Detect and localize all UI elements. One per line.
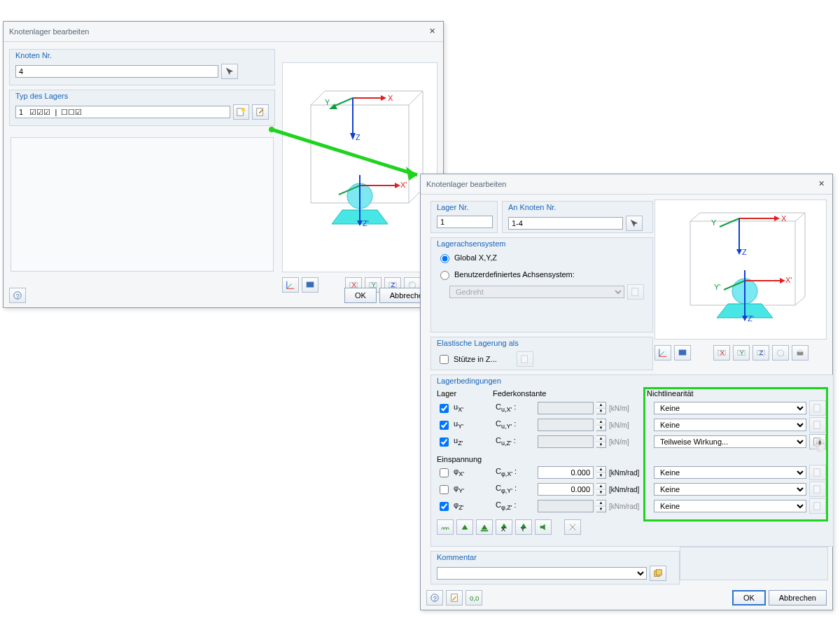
svg-marker-10 (350, 133, 356, 140)
view-z-icon[interactable]: Z (752, 345, 769, 360)
svg-text:Y: Y (739, 349, 744, 356)
unit-phiz: [kNm/rad] (609, 503, 651, 510)
svg-marker-72 (482, 525, 488, 530)
comment-lib-icon[interactable] (650, 566, 666, 581)
svg-text:Y: Y (711, 218, 717, 227)
svg-marker-71 (462, 525, 468, 530)
cb-uy[interactable]: uY' (437, 419, 493, 432)
dialog-knotenlager-detail: Knotenlager bearbeiten ✕ Lager Nr. An Kn… (420, 174, 833, 610)
radio-user-axis[interactable]: Benutzerdefiniertes Achsensystem: (437, 269, 575, 280)
cux-input (538, 402, 594, 414)
cuy-input (538, 419, 594, 431)
checkbox-stutze[interactable]: Stütze in Z... (437, 353, 497, 366)
dlg2-footer: ? 0,00 OK Abbrechen (426, 590, 827, 606)
cphix-input[interactable] (538, 466, 594, 479)
lbl-cux: Cu,X' : (496, 402, 535, 413)
svg-text:Z: Z (759, 349, 763, 356)
dialog-knotenlager-simple: Knotenlager bearbeiten ✕ Knoten Nr. Typ … (3, 21, 444, 308)
svg-rect-68 (814, 469, 820, 477)
cb-ux[interactable]: uX' (437, 402, 493, 415)
pick-node-icon[interactable] (626, 216, 643, 231)
svg-rect-82 (656, 570, 662, 575)
svg-text:?: ? (15, 292, 19, 300)
group-support-type: Typ des Lagers (9, 90, 275, 126)
nonlin-phiy-select[interactable]: Keine (654, 483, 806, 496)
nonlin-uz-select[interactable]: Teilweise Wirkung... (654, 435, 806, 448)
view-print-icon[interactable] (792, 345, 808, 360)
preset-roller-x-icon[interactable]: X (496, 519, 512, 535)
dlg2-ok-button[interactable]: OK (732, 590, 766, 606)
view-iso-icon[interactable] (772, 345, 789, 360)
close-icon[interactable]: ✕ (426, 26, 438, 37)
radio-user-input[interactable] (440, 271, 449, 280)
node-no-input[interactable] (15, 65, 218, 78)
units-icon[interactable]: 0,00 (465, 590, 482, 606)
radio-global[interactable]: Global X,Y,Z (437, 252, 497, 263)
cuz-input (538, 435, 594, 448)
col-feder: Federkonstante (493, 389, 647, 398)
view-y-icon[interactable]: Y (733, 345, 750, 360)
comment-combo[interactable] (437, 567, 647, 580)
view-axes-icon[interactable] (654, 345, 671, 360)
cb-phiz[interactable]: φZ' (437, 500, 493, 513)
dlg1-ok-button[interactable]: OK (344, 288, 377, 303)
cb-phiy[interactable]: φY' (437, 483, 493, 496)
cb-phix[interactable]: φX' (437, 466, 493, 479)
svg-marker-41 (736, 249, 742, 255)
cphix-spin[interactable]: ▲▼ (596, 466, 606, 479)
lbl-cphiy: Cφ,Y' : (496, 484, 535, 494)
svg-text:X: X (351, 281, 356, 288)
notes-icon[interactable] (446, 590, 463, 606)
preset-sound-icon[interactable] (535, 519, 552, 535)
preset-pin-icon[interactable] (456, 519, 473, 535)
preset-roller-y-icon[interactable]: Y (515, 519, 532, 535)
cphiy-input[interactable] (538, 483, 594, 496)
preset-spring-icon[interactable] (437, 519, 454, 535)
close-icon[interactable]: ✕ (816, 178, 827, 190)
svg-rect-56 (679, 350, 687, 356)
cb-uz[interactable]: uZ' (437, 435, 493, 449)
col-lager: Lager (437, 389, 493, 398)
nonlin-phix-select[interactable]: Keine (654, 466, 806, 479)
user-axis-select: Gedreht (449, 286, 624, 298)
lbl-cphix: Cφ,X' : (496, 467, 535, 477)
svg-text:X: X (720, 349, 724, 356)
cuy-spin: ▲▼ (596, 419, 606, 431)
dlg2-view-toolbar: X Y Z (654, 345, 808, 360)
group-axis-system: Lagerachsensystem Global X,Y,Z Benutzerd… (430, 237, 653, 332)
view-screen-icon[interactable] (674, 345, 691, 360)
cphiz-spin: ▲▼ (596, 500, 606, 512)
preset-free-icon[interactable] (564, 519, 581, 535)
svg-line-55 (659, 351, 664, 356)
support-type-combo[interactable] (15, 106, 230, 118)
nonlin-ux-select[interactable]: Keine (654, 402, 806, 414)
an-knoten-input[interactable] (508, 217, 623, 230)
pick-node-icon[interactable] (221, 64, 238, 79)
svg-text:Z: Z (742, 248, 747, 256)
svg-text:0,00: 0,00 (470, 594, 479, 602)
lbl-cuz: Cu,Z' : (496, 436, 535, 447)
nonlin-phiz-select[interactable]: Keine (654, 500, 806, 512)
edit-nonlin-phiy-icon (809, 482, 826, 497)
dlg2-cancel-button[interactable]: Abbrechen (769, 590, 827, 606)
preset-fixed-icon[interactable] (476, 519, 493, 535)
edit-nonlin-uy-icon (809, 417, 826, 433)
svg-text:Z': Z' (748, 314, 754, 323)
new-type-icon[interactable] (233, 104, 250, 120)
stutze-cb[interactable] (440, 355, 449, 364)
help-icon[interactable]: ? (426, 590, 443, 606)
dlg2-preview: X Y Z X' Y' Z' (654, 200, 827, 340)
cphiy-spin[interactable]: ▲▼ (596, 483, 606, 496)
lager-nr-input[interactable] (437, 216, 493, 228)
nonlin-uy-select[interactable]: Keine (654, 419, 806, 431)
help-icon[interactable]: ? (9, 288, 26, 303)
edit-nonlin-uz-icon[interactable] (809, 434, 826, 449)
svg-marker-51 (742, 316, 748, 321)
edit-type-icon[interactable] (252, 104, 269, 120)
label-support-type: Typ des Lagers (15, 92, 269, 100)
radio-global-input[interactable] (440, 254, 449, 263)
unit-ux: [kN/m] (609, 405, 651, 412)
unit-phiy: [kNm/rad] (609, 486, 651, 493)
view-x-icon[interactable]: X (713, 345, 730, 360)
svg-text:X: X (388, 94, 393, 102)
